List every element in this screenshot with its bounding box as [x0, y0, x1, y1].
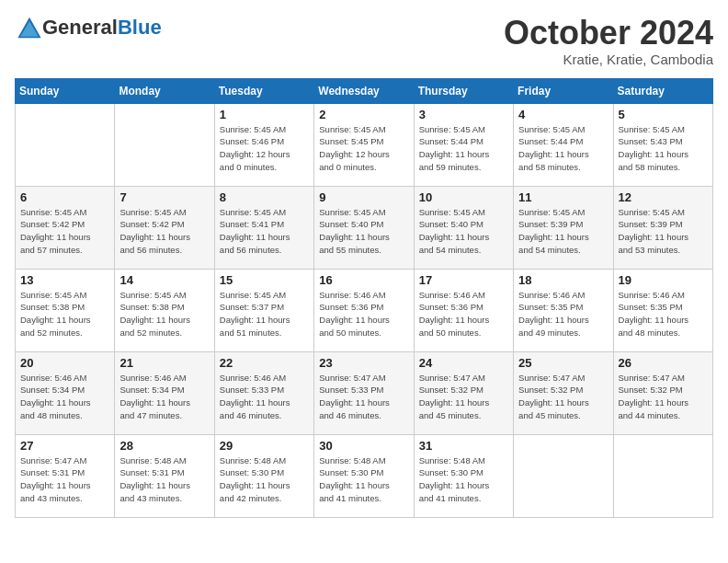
calendar-cell: 15Sunrise: 5:45 AM Sunset: 5:37 PM Dayli…: [214, 269, 313, 351]
calendar-week-row: 6Sunrise: 5:45 AM Sunset: 5:42 PM Daylig…: [16, 186, 713, 269]
day-info: Sunrise: 5:46 AM Sunset: 5:35 PM Dayligh…: [619, 289, 708, 339]
day-number: 29: [220, 439, 309, 453]
day-number: 12: [619, 190, 708, 204]
day-number: 22: [220, 356, 309, 370]
calendar-cell: 6Sunrise: 5:45 AM Sunset: 5:42 PM Daylig…: [16, 186, 115, 269]
day-number: 2: [319, 108, 408, 121]
day-number: 11: [518, 190, 608, 204]
day-info: Sunrise: 5:46 AM Sunset: 5:34 PM Dayligh…: [20, 372, 109, 422]
day-info: Sunrise: 5:46 AM Sunset: 5:33 PM Dayligh…: [220, 372, 309, 422]
calendar-cell: 5Sunrise: 5:45 AM Sunset: 5:43 PM Daylig…: [613, 103, 712, 186]
calendar-cell: 27Sunrise: 5:47 AM Sunset: 5:31 PM Dayli…: [16, 434, 115, 517]
calendar-cell: 14Sunrise: 5:45 AM Sunset: 5:38 PM Dayli…: [115, 269, 214, 351]
calendar-header-row: SundayMondayTuesdayWednesdayThursdayFrid…: [16, 78, 713, 103]
day-number: 6: [20, 190, 109, 204]
weekday-header: Thursday: [414, 78, 513, 103]
calendar-cell: 12Sunrise: 5:45 AM Sunset: 5:39 PM Dayli…: [613, 186, 712, 269]
calendar-week-row: 1Sunrise: 5:45 AM Sunset: 5:46 PM Daylig…: [16, 103, 713, 186]
day-info: Sunrise: 5:48 AM Sunset: 5:31 PM Dayligh…: [119, 454, 209, 505]
calendar-cell: 24Sunrise: 5:47 AM Sunset: 5:32 PM Dayli…: [414, 351, 513, 434]
calendar-cell: 8Sunrise: 5:45 AM Sunset: 5:41 PM Daylig…: [214, 186, 313, 269]
day-number: 24: [419, 356, 508, 370]
day-info: Sunrise: 5:47 AM Sunset: 5:32 PM Dayligh…: [419, 372, 508, 422]
day-number: 19: [619, 273, 708, 287]
weekday-header: Monday: [115, 78, 214, 103]
title-block: October 2024 Kratie, Kratie, Cambodia: [504, 15, 713, 67]
calendar-cell: 21Sunrise: 5:46 AM Sunset: 5:34 PM Dayli…: [115, 351, 214, 434]
day-number: 9: [319, 190, 408, 204]
day-info: Sunrise: 5:45 AM Sunset: 5:46 PM Dayligh…: [220, 123, 309, 174]
logo: GeneralBlue: [15, 15, 162, 40]
calendar-cell: 20Sunrise: 5:46 AM Sunset: 5:34 PM Dayli…: [16, 351, 115, 434]
day-number: 31: [419, 439, 508, 453]
calendar-cell: 26Sunrise: 5:47 AM Sunset: 5:32 PM Dayli…: [613, 351, 712, 434]
calendar-cell: 4Sunrise: 5:45 AM Sunset: 5:44 PM Daylig…: [514, 103, 613, 186]
day-info: Sunrise: 5:48 AM Sunset: 5:30 PM Dayligh…: [319, 454, 408, 505]
day-info: Sunrise: 5:45 AM Sunset: 5:38 PM Dayligh…: [20, 289, 109, 339]
calendar-cell: 10Sunrise: 5:45 AM Sunset: 5:40 PM Dayli…: [414, 186, 513, 269]
calendar-cell: 19Sunrise: 5:46 AM Sunset: 5:35 PM Dayli…: [613, 269, 712, 351]
day-info: Sunrise: 5:46 AM Sunset: 5:35 PM Dayligh…: [518, 289, 608, 339]
day-info: Sunrise: 5:47 AM Sunset: 5:32 PM Dayligh…: [518, 372, 608, 422]
logo-icon: [17, 15, 42, 40]
day-info: Sunrise: 5:46 AM Sunset: 5:34 PM Dayligh…: [119, 372, 209, 422]
calendar-week-row: 20Sunrise: 5:46 AM Sunset: 5:34 PM Dayli…: [16, 351, 713, 434]
day-number: 30: [319, 439, 408, 453]
day-number: 7: [119, 190, 209, 204]
day-number: 10: [419, 190, 508, 204]
day-info: Sunrise: 5:45 AM Sunset: 5:42 PM Dayligh…: [20, 206, 109, 257]
day-number: 28: [119, 439, 209, 453]
day-info: Sunrise: 5:45 AM Sunset: 5:44 PM Dayligh…: [419, 123, 508, 174]
location-text: Kratie, Kratie, Cambodia: [504, 52, 713, 67]
day-info: Sunrise: 5:45 AM Sunset: 5:39 PM Dayligh…: [619, 206, 708, 257]
calendar-table: SundayMondayTuesdayWednesdayThursdayFrid…: [15, 78, 713, 518]
calendar-cell: 11Sunrise: 5:45 AM Sunset: 5:39 PM Dayli…: [514, 186, 613, 269]
calendar-cell: [115, 103, 214, 186]
day-info: Sunrise: 5:45 AM Sunset: 5:37 PM Dayligh…: [220, 289, 309, 339]
calendar-cell: 31Sunrise: 5:48 AM Sunset: 5:30 PM Dayli…: [414, 434, 513, 517]
calendar-week-row: 27Sunrise: 5:47 AM Sunset: 5:31 PM Dayli…: [16, 434, 713, 517]
calendar-cell: 28Sunrise: 5:48 AM Sunset: 5:31 PM Dayli…: [115, 434, 214, 517]
day-info: Sunrise: 5:45 AM Sunset: 5:40 PM Dayligh…: [419, 206, 508, 257]
day-info: Sunrise: 5:48 AM Sunset: 5:30 PM Dayligh…: [220, 454, 309, 505]
calendar-cell: 29Sunrise: 5:48 AM Sunset: 5:30 PM Dayli…: [214, 434, 313, 517]
calendar-week-row: 13Sunrise: 5:45 AM Sunset: 5:38 PM Dayli…: [16, 269, 713, 351]
weekday-header: Wednesday: [314, 78, 414, 103]
page-header: GeneralBlue October 2024 Kratie, Kratie,…: [15, 15, 713, 67]
month-title: October 2024: [504, 15, 713, 52]
weekday-header: Tuesday: [214, 78, 313, 103]
calendar-cell: 17Sunrise: 5:46 AM Sunset: 5:36 PM Dayli…: [414, 269, 513, 351]
day-number: 14: [119, 273, 209, 287]
day-number: 16: [319, 273, 408, 287]
day-info: Sunrise: 5:45 AM Sunset: 5:40 PM Dayligh…: [319, 206, 408, 257]
day-number: 15: [220, 273, 309, 287]
calendar-cell: [514, 434, 613, 517]
calendar-cell: 9Sunrise: 5:45 AM Sunset: 5:40 PM Daylig…: [314, 186, 414, 269]
day-number: 27: [20, 439, 109, 453]
day-number: 23: [319, 356, 408, 370]
calendar-cell: 13Sunrise: 5:45 AM Sunset: 5:38 PM Dayli…: [16, 269, 115, 351]
day-info: Sunrise: 5:47 AM Sunset: 5:32 PM Dayligh…: [619, 372, 708, 422]
calendar-cell: 16Sunrise: 5:46 AM Sunset: 5:36 PM Dayli…: [314, 269, 414, 351]
day-number: 21: [119, 356, 209, 370]
day-number: 26: [619, 356, 708, 370]
calendar-cell: [16, 103, 115, 186]
day-number: 3: [419, 108, 508, 121]
calendar-cell: 3Sunrise: 5:45 AM Sunset: 5:44 PM Daylig…: [414, 103, 513, 186]
day-info: Sunrise: 5:45 AM Sunset: 5:38 PM Dayligh…: [119, 289, 209, 339]
day-info: Sunrise: 5:45 AM Sunset: 5:41 PM Dayligh…: [220, 206, 309, 257]
weekday-header: Sunday: [16, 78, 115, 103]
calendar-cell: 18Sunrise: 5:46 AM Sunset: 5:35 PM Dayli…: [514, 269, 613, 351]
calendar-cell: 30Sunrise: 5:48 AM Sunset: 5:30 PM Dayli…: [314, 434, 414, 517]
day-info: Sunrise: 5:45 AM Sunset: 5:39 PM Dayligh…: [518, 206, 608, 257]
day-info: Sunrise: 5:47 AM Sunset: 5:31 PM Dayligh…: [20, 454, 109, 505]
calendar-cell: 1Sunrise: 5:45 AM Sunset: 5:46 PM Daylig…: [214, 103, 313, 186]
day-number: 5: [619, 108, 708, 121]
day-info: Sunrise: 5:45 AM Sunset: 5:45 PM Dayligh…: [319, 123, 408, 174]
day-info: Sunrise: 5:45 AM Sunset: 5:43 PM Dayligh…: [619, 123, 708, 174]
day-info: Sunrise: 5:46 AM Sunset: 5:36 PM Dayligh…: [319, 289, 408, 339]
day-number: 1: [220, 108, 309, 121]
weekday-header: Friday: [514, 78, 613, 103]
day-number: 25: [518, 356, 608, 370]
day-number: 4: [518, 108, 608, 121]
